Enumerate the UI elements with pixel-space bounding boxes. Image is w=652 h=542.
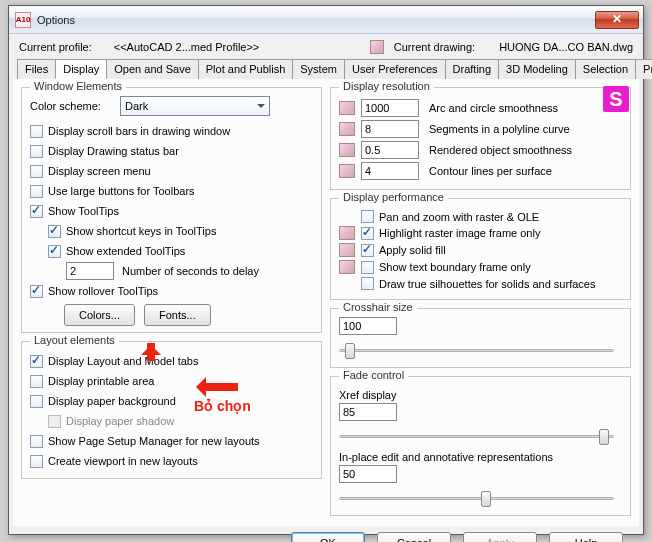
drawing-icon [370, 40, 384, 54]
lbl-statusbar: Display Drawing status bar [48, 145, 179, 157]
lbl-extended-tooltips: Show extended ToolTips [66, 245, 185, 257]
chk-largebuttons[interactable] [30, 185, 43, 198]
help-label: Help [575, 537, 598, 542]
chk-tooltips[interactable] [30, 205, 43, 218]
cancel-button[interactable]: Cancel [377, 532, 451, 542]
current-profile-value: <<AutoCAD 2...med Profile>> [114, 41, 260, 53]
chk-true-silhouettes[interactable] [361, 277, 374, 290]
tab-files[interactable]: Files [17, 59, 56, 79]
lbl-layout-model-tabs: Display Layout and Model tabs [48, 355, 198, 367]
chk-pan-zoom-raster[interactable] [361, 210, 374, 223]
lbl-text-boundary: Show text boundary frame only [379, 261, 531, 273]
drawing-override-icon [339, 101, 355, 115]
chk-paper-background[interactable] [30, 395, 43, 408]
chk-scrollbars[interactable] [30, 125, 43, 138]
polyline-segments-label: Segments in a polyline curve [429, 123, 570, 135]
current-drawing-label: Current drawing: [394, 41, 475, 53]
colors-button[interactable]: Colors... [64, 304, 135, 326]
tab-selection[interactable]: Selection [575, 59, 636, 79]
chk-shortcut-tooltips[interactable] [48, 225, 61, 238]
group-title: Display performance [339, 191, 448, 203]
lbl-largebuttons: Use large buttons for Toolbars [48, 185, 195, 197]
colors-button-label: Colors... [79, 309, 120, 321]
tab-open-and-save[interactable]: Open and Save [106, 59, 198, 79]
apply-label: Apply [486, 537, 514, 542]
xref-display-slider[interactable] [339, 425, 622, 447]
drawing-override-icon [339, 143, 355, 157]
lbl-page-setup-manager: Show Page Setup Manager for new layouts [48, 435, 260, 447]
chk-printable-area[interactable] [30, 375, 43, 388]
watermark-badge: S [603, 86, 629, 112]
chk-highlight-raster[interactable] [361, 227, 374, 240]
fonts-button[interactable]: Fonts... [144, 304, 211, 326]
contour-lines-label: Contour lines per surface [429, 165, 552, 177]
drawing-override-icon [339, 260, 355, 274]
tab-drafting[interactable]: Drafting [445, 59, 500, 79]
close-button[interactable]: ✕ [595, 11, 639, 29]
chk-page-setup-manager[interactable] [30, 435, 43, 448]
group-title: Fade control [339, 369, 408, 381]
group-window-elements: Window Elements Color scheme: Dark Displ… [21, 87, 322, 333]
drawing-override-icon [339, 122, 355, 136]
chk-text-boundary[interactable] [361, 261, 374, 274]
group-title: Display resolution [339, 80, 434, 92]
chk-rollover-tooltips[interactable] [30, 285, 43, 298]
lbl-highlight-raster: Highlight raster image frame only [379, 227, 540, 239]
tab-system[interactable]: System [292, 59, 345, 79]
lbl-printable-area: Display printable area [48, 375, 154, 387]
xref-display-input[interactable]: 85 [339, 403, 397, 421]
options-dialog: A10 Options ✕ Current profile: <<AutoCAD… [8, 5, 644, 535]
inplace-edit-input[interactable]: 50 [339, 465, 397, 483]
arc-smoothness-input[interactable]: 1000 [361, 99, 419, 117]
color-scheme-combo[interactable]: Dark [120, 96, 270, 116]
rendered-smoothness-input[interactable]: 0.5 [361, 141, 419, 159]
tooltip-delay-input[interactable]: 2 [66, 262, 114, 280]
tab-user-preferences[interactable]: User Preferences [344, 59, 446, 79]
lbl-shortcut-tooltips: Show shortcut keys in ToolTips [66, 225, 216, 237]
tooltip-delay-label: Number of seconds to delay [122, 265, 259, 277]
lbl-tooltips: Show ToolTips [48, 205, 119, 217]
tab-display[interactable]: Display [55, 59, 107, 79]
lbl-screenmenu: Display screen menu [48, 165, 151, 177]
inplace-edit-slider[interactable] [339, 487, 622, 509]
ok-button[interactable]: OK [291, 532, 365, 542]
titlebar[interactable]: A10 Options ✕ [9, 6, 643, 34]
lbl-solid-fill: Apply solid fill [379, 244, 446, 256]
chk-paper-shadow [48, 415, 61, 428]
lbl-true-silhouettes: Draw true silhouettes for solids and sur… [379, 278, 595, 290]
group-layout-elements: Layout elements Display Layout and Model… [21, 341, 322, 479]
polyline-segments-input[interactable]: 8 [361, 120, 419, 138]
current-profile-label: Current profile: [19, 41, 92, 53]
apply-button[interactable]: Apply [463, 532, 537, 542]
chk-extended-tooltips[interactable] [48, 245, 61, 258]
chk-statusbar[interactable] [30, 145, 43, 158]
group-display-performance: Display performance Pan and zoom with ra… [330, 198, 631, 300]
dialog-footer: OK Cancel Apply Help [9, 526, 643, 542]
current-drawing-value: HUONG DA...CO BAN.dwg [499, 41, 633, 53]
crosshair-size-input[interactable]: 100 [339, 317, 397, 335]
crosshair-slider[interactable] [339, 339, 622, 361]
group-fade-control: Fade control Xref display 85 In-place ed… [330, 376, 631, 516]
chk-create-viewport[interactable] [30, 455, 43, 468]
tab-profiles[interactable]: Profiles [635, 59, 652, 79]
chk-solid-fill[interactable] [361, 244, 374, 257]
lbl-paper-shadow: Display paper shadow [66, 415, 174, 427]
tab-3d-modeling[interactable]: 3D Modeling [498, 59, 576, 79]
arc-smoothness-label: Arc and circle smoothness [429, 102, 558, 114]
ok-label: OK [320, 537, 336, 542]
cancel-label: Cancel [397, 537, 431, 542]
help-button[interactable]: Help [549, 532, 623, 542]
drawing-override-icon [339, 226, 355, 240]
chk-screenmenu[interactable] [30, 165, 43, 178]
xref-display-label: Xref display [339, 389, 622, 401]
contour-lines-input[interactable]: 4 [361, 162, 419, 180]
group-crosshair: Crosshair size 100 [330, 308, 631, 368]
tab-plot-and-publish[interactable]: Plot and Publish [198, 59, 294, 79]
lbl-pan-zoom-raster: Pan and zoom with raster & OLE [379, 211, 539, 223]
chk-layout-model-tabs[interactable] [30, 355, 43, 368]
fonts-button-label: Fonts... [159, 309, 196, 321]
rendered-smoothness-label: Rendered object smoothness [429, 144, 572, 156]
info-bar: Current profile: <<AutoCAD 2...med Profi… [9, 34, 643, 58]
inplace-edit-label: In-place edit and annotative representat… [339, 451, 622, 463]
lbl-rollover-tooltips: Show rollover ToolTips [48, 285, 158, 297]
